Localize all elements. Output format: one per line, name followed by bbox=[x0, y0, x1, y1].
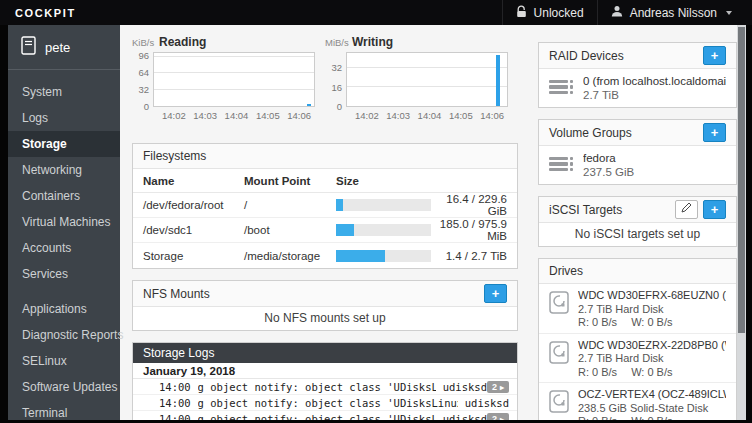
sidebar-item-system[interactable]: System bbox=[8, 79, 120, 105]
drive-icon bbox=[549, 289, 569, 329]
host-icon bbox=[21, 36, 36, 58]
volume-groups-title: Volume Groups bbox=[549, 126, 703, 140]
filesystem-row[interactable]: /dev/sdc1 /boot 185.0 / 975.9 MiB bbox=[133, 218, 517, 243]
reading-plot bbox=[153, 52, 315, 107]
sidebar: pete System Logs Storage Networking Cont… bbox=[8, 25, 120, 420]
unlock-icon bbox=[516, 5, 527, 21]
reading-title: Reading bbox=[159, 35, 206, 49]
unlocked-button[interactable]: Unlocked bbox=[502, 0, 597, 25]
usage-bar bbox=[336, 199, 431, 211]
filesystems-column-headers: Name Mount Point Size bbox=[133, 169, 517, 193]
drive-read-rate: R: 0 B/s bbox=[578, 415, 617, 420]
iscsi-empty-state: No iSCSI targets set up bbox=[539, 223, 736, 246]
reading-chart: KiB/s Reading 96 64 32 0 bbox=[132, 35, 315, 121]
sidebar-item-applications[interactable]: Applications bbox=[8, 296, 120, 322]
reading-x-axis: 14:02 14:03 14:04 14:05 14:06 bbox=[132, 107, 315, 121]
expand-icon bbox=[500, 382, 504, 392]
add-iscsi-button[interactable]: + bbox=[703, 200, 726, 219]
sidebar-item-logs[interactable]: Logs bbox=[8, 105, 120, 131]
user-menu[interactable]: Andreas Nilsson bbox=[597, 0, 745, 25]
cockpit-storage-screen: { "topbar": { "brand": "COCKPIT", "lock_… bbox=[0, 0, 752, 423]
sidebar-item-virtual-machines[interactable]: Virtual Machines bbox=[8, 209, 120, 235]
sidebar-item-diagnostic-reports[interactable]: Diagnostic Reports bbox=[8, 322, 120, 348]
raid-device-item[interactable]: 0 (from localhost.localdomain) 2.7 TiB bbox=[539, 69, 736, 107]
plus-icon: + bbox=[711, 202, 719, 217]
drive-item[interactable]: OCZ-VERTEX4 (OCZ-489ICLW11… 238.5 GiB So… bbox=[539, 383, 736, 420]
sidebar-nav: System Logs Storage Networking Container… bbox=[8, 70, 120, 420]
raid-devices-title: RAID Devices bbox=[549, 49, 703, 63]
log-row[interactable]: 14:00 g_object_notify: object class 'UDi… bbox=[133, 379, 517, 395]
raid-devices-panel: RAID Devices + 0 (from localhost.localdo… bbox=[538, 42, 737, 108]
filesystem-row[interactable]: /dev/fedora/root / 16.4 / 229.6 GiB bbox=[133, 193, 517, 218]
sidebar-item-terminal[interactable]: Terminal bbox=[8, 400, 120, 420]
writing-x-axis: 14:02 14:03 14:04 14:05 14:06 bbox=[325, 107, 508, 121]
log-count-badge: 2 bbox=[487, 413, 509, 421]
log-date-header: January 19, 2018 bbox=[133, 363, 517, 379]
iscsi-targets-title: iSCSI Targets bbox=[549, 203, 675, 217]
sidebar-item-networking[interactable]: Networking bbox=[8, 157, 120, 183]
nfs-empty-state: No NFS mounts set up bbox=[133, 307, 517, 330]
writing-title: Writing bbox=[352, 35, 393, 49]
drive-item[interactable]: WDC WD30EFRX-68EUZN0 (WD… 2.7 TiB Hard D… bbox=[539, 284, 736, 334]
cockpit-brand: COCKPIT bbox=[0, 0, 76, 25]
raid-device-icon bbox=[549, 80, 573, 97]
host-name: pete bbox=[45, 40, 70, 55]
main-column: KiB/s Reading 96 64 32 0 bbox=[132, 35, 518, 420]
plus-icon: + bbox=[492, 286, 500, 301]
log-row[interactable]: 14:00 g_object_notify: object class 'UDi… bbox=[133, 395, 517, 411]
drives-title: Drives bbox=[549, 264, 726, 278]
io-charts: KiB/s Reading 96 64 32 0 bbox=[132, 35, 518, 121]
sidebar-section-gap bbox=[8, 287, 120, 296]
drive-write-rate: W: 0 B/s bbox=[631, 316, 672, 329]
sidebar-item-accounts[interactable]: Accounts bbox=[8, 235, 120, 261]
plus-icon: + bbox=[711, 48, 719, 63]
add-volume-group-button[interactable]: + bbox=[703, 123, 726, 142]
add-raid-button[interactable]: + bbox=[703, 46, 726, 65]
filesystems-panel: Filesystems Name Mount Point Size /dev/f… bbox=[132, 143, 518, 269]
reading-y-axis: 96 64 32 0 bbox=[132, 52, 153, 107]
volume-group-item[interactable]: fedora 237.5 GiB bbox=[539, 146, 736, 184]
filesystems-title: Filesystems bbox=[143, 149, 507, 163]
writing-y-axis: 32 16 0 bbox=[325, 52, 346, 107]
add-nfs-mount-button[interactable]: + bbox=[484, 284, 507, 303]
drive-icon bbox=[549, 339, 569, 379]
reading-unit-label: KiB/s bbox=[132, 37, 159, 48]
sidebar-item-containers[interactable]: Containers bbox=[8, 183, 120, 209]
host-switcher[interactable]: pete bbox=[8, 25, 120, 70]
drives-panel: Drives WDC WD30EFRX-68EUZN0 (WD… 2.7 TiB… bbox=[538, 258, 737, 420]
app-frame: pete System Logs Storage Networking Cont… bbox=[8, 25, 746, 420]
filesystem-row[interactable]: Storage /media/storage 1.4 / 2.7 TiB bbox=[133, 243, 517, 268]
reading-series bbox=[307, 104, 311, 106]
caret-down-icon bbox=[726, 11, 732, 15]
nfs-mounts-title: NFS Mounts bbox=[143, 287, 484, 301]
storage-logs-title: Storage Logs bbox=[133, 343, 517, 363]
scrollbar-thumb[interactable] bbox=[738, 27, 745, 333]
log-row[interactable]: 14:00 g_object_notify: object class 'UDi… bbox=[133, 411, 517, 420]
drive-item[interactable]: WDC WD30EZRX-22D8PB0 (WD… 2.7 TiB Hard D… bbox=[539, 334, 736, 384]
writing-unit-label: MiB/s bbox=[325, 37, 352, 48]
sidebar-item-services[interactable]: Services bbox=[8, 261, 120, 287]
pencil-icon bbox=[681, 203, 692, 215]
writing-plot bbox=[346, 52, 508, 107]
drive-write-rate: W: 0 B/s bbox=[631, 366, 672, 379]
edit-iscsi-button[interactable] bbox=[675, 200, 698, 219]
vertical-scrollbar bbox=[737, 25, 746, 420]
usage-bar bbox=[336, 250, 431, 262]
unlocked-label: Unlocked bbox=[534, 6, 584, 20]
usage-bar bbox=[336, 224, 431, 236]
expand-icon bbox=[500, 414, 504, 421]
sidebar-item-storage[interactable]: Storage bbox=[8, 131, 120, 157]
writing-chart: MiB/s Writing 32 16 0 bbox=[325, 35, 508, 121]
writing-spike bbox=[496, 55, 500, 106]
topbar-right-group: Unlocked Andreas Nilsson bbox=[502, 0, 745, 25]
user-name-label: Andreas Nilsson bbox=[630, 6, 717, 20]
drive-read-rate: R: 0 B/s bbox=[578, 366, 617, 379]
sidebar-item-software-updates[interactable]: Software Updates bbox=[8, 374, 120, 400]
volume-group-icon bbox=[549, 157, 573, 174]
top-navbar: COCKPIT Unlocked Andreas Nilsson bbox=[0, 0, 752, 25]
right-column: RAID Devices + 0 (from localhost.localdo… bbox=[538, 35, 737, 420]
sidebar-item-selinux[interactable]: SELinux bbox=[8, 348, 120, 374]
storage-logs-panel: Storage Logs January 19, 2018 14:00 g_ob… bbox=[132, 342, 518, 420]
drive-icon bbox=[549, 388, 569, 420]
content-area: KiB/s Reading 96 64 32 0 bbox=[120, 25, 746, 420]
